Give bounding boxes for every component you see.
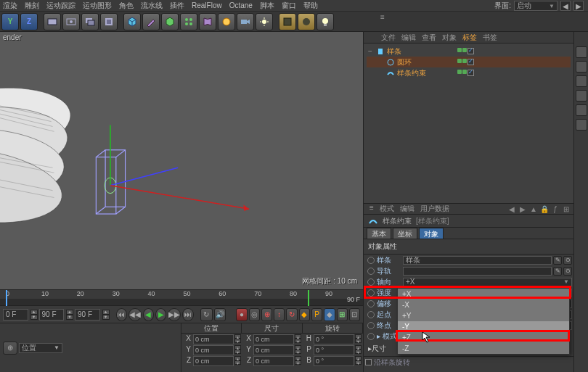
- play-back-button[interactable]: ◀: [143, 308, 154, 321]
- coord-field[interactable]: 0 cm: [193, 345, 234, 355]
- key-scale-button[interactable]: ↕: [274, 308, 285, 321]
- coord-field[interactable]: 0 cm: [253, 345, 294, 355]
- attr-head-mode[interactable]: 模式: [380, 204, 394, 214]
- strip-btn-2[interactable]: [576, 61, 587, 73]
- attr-head-edit[interactable]: 编辑: [400, 204, 415, 214]
- menu-render[interactable]: 渲染: [3, 1, 17, 11]
- sound-button[interactable]: 🔊: [214, 308, 226, 321]
- object-row[interactable]: 样条约束: [367, 67, 571, 78]
- loop-button[interactable]: ↻: [200, 308, 213, 321]
- render-queue-button[interactable]: [100, 13, 118, 30]
- nav-up-icon[interactable]: ▲: [529, 204, 538, 213]
- camera-button[interactable]: [237, 13, 254, 30]
- render-settings-button[interactable]: [81, 13, 99, 30]
- viewport[interactable]: ender 网格间距 : 10 cm: [0, 32, 363, 289]
- object-manager[interactable]: −样条圆环样条约束: [364, 44, 573, 203]
- key-sel-button[interactable]: ◆: [324, 308, 335, 321]
- menu-sculpt[interactable]: 雕刻: [25, 1, 39, 11]
- coord-field[interactable]: 0 °: [314, 345, 354, 355]
- attr-tab-object[interactable]: 对象: [419, 228, 444, 239]
- attr-tab-basic[interactable]: 基本: [367, 228, 391, 239]
- autokey-button[interactable]: ◎: [249, 308, 260, 321]
- link-target-icon[interactable]: ⊙: [563, 256, 572, 265]
- menu-mograph[interactable]: 运动图形: [83, 1, 112, 11]
- om-tab-tags[interactable]: 标签: [462, 33, 477, 43]
- layout-dropdown[interactable]: 启动▼: [514, 1, 558, 11]
- attr-head-user[interactable]: 用户数据: [420, 204, 449, 214]
- nav-fwd-icon[interactable]: ▶: [518, 204, 527, 213]
- menu-motion-track[interactable]: 运动跟踪: [46, 1, 75, 11]
- link-pick-icon[interactable]: ✎: [553, 267, 562, 276]
- coord-mode-button[interactable]: ⊕: [3, 342, 17, 355]
- coord-field[interactable]: 0 cm: [253, 356, 294, 366]
- axis-option[interactable]: +X: [398, 289, 569, 299]
- link-target-icon[interactable]: ⊙: [563, 267, 572, 276]
- layout-prev[interactable]: ◀: [560, 1, 571, 11]
- spline-pen-button[interactable]: [142, 13, 160, 30]
- prev-key-button[interactable]: ◀◀: [128, 308, 142, 321]
- array-button[interactable]: [180, 13, 197, 30]
- key-pos-button[interactable]: ⊕: [261, 308, 272, 321]
- key-all-button[interactable]: ⊞: [337, 308, 348, 321]
- strip-btn-4[interactable]: [576, 90, 587, 102]
- nurbs-button[interactable]: [161, 13, 179, 30]
- menu-pipeline[interactable]: 流水线: [141, 1, 163, 11]
- render-view-button[interactable]: [44, 13, 61, 30]
- key-pla-button[interactable]: P: [311, 308, 322, 321]
- om-tab-file[interactable]: 文件: [381, 33, 396, 43]
- frame-start-field[interactable]: 0 F: [3, 309, 28, 321]
- attr-menu-icon[interactable]: ≡: [369, 204, 374, 214]
- axis-option[interactable]: -Y: [398, 321, 569, 332]
- light-bulb-button[interactable]: [317, 13, 334, 30]
- om-tab-view[interactable]: 查看: [422, 33, 436, 43]
- lock-icon[interactable]: 🔒: [540, 204, 549, 213]
- menu-realflow[interactable]: RealFlow: [192, 1, 222, 9]
- axis-option[interactable]: +Y: [398, 310, 569, 321]
- key-rot-button[interactable]: ↻: [286, 308, 297, 321]
- nav-back-icon[interactable]: ◀: [507, 204, 516, 213]
- strip-btn-5[interactable]: [576, 104, 587, 116]
- octane-2[interactable]: [298, 13, 315, 30]
- next-key-button[interactable]: ▶▶: [168, 308, 181, 321]
- menu-character[interactable]: 角色: [119, 1, 134, 11]
- axis-option[interactable]: -X: [398, 299, 569, 310]
- om-menu-icon[interactable]: ≡: [380, 13, 385, 21]
- axis-option[interactable]: -Z: [398, 343, 569, 354]
- object-row[interactable]: 圆环: [367, 57, 571, 67]
- new-icon[interactable]: ⊞: [562, 204, 571, 213]
- goto-end-button[interactable]: ⏭: [182, 308, 193, 321]
- frame-end-field[interactable]: 90 F: [75, 309, 100, 321]
- timeline[interactable]: 010203040506070809090 F: [0, 289, 363, 305]
- goto-start-button[interactable]: ⏮: [116, 308, 127, 321]
- strip-btn-1[interactable]: [576, 46, 587, 58]
- object-row[interactable]: −样条: [367, 46, 571, 57]
- coord-field[interactable]: 0 cm: [253, 334, 294, 344]
- link-pick-icon[interactable]: ✎: [553, 256, 562, 265]
- light-button[interactable]: [256, 13, 273, 30]
- attr-field[interactable]: +X▼: [403, 278, 572, 286]
- frame-current-field[interactable]: 90 F: [39, 309, 65, 321]
- axis-dropdown-open[interactable]: +X-X+Y-Y+Z-Z: [397, 288, 570, 355]
- attr-field[interactable]: 样条: [403, 256, 552, 265]
- menu-plugins[interactable]: 插件: [170, 1, 184, 11]
- coord-field[interactable]: 0 cm: [193, 356, 234, 366]
- render-region-button[interactable]: [62, 13, 80, 30]
- primitive-cube-button[interactable]: [123, 13, 141, 30]
- om-tab-object[interactable]: 对象: [442, 33, 457, 43]
- menu-script[interactable]: 脚本: [260, 1, 274, 11]
- octane-1[interactable]: [279, 13, 296, 30]
- axis-y-button[interactable]: Y: [1, 13, 19, 30]
- strip-btn-6[interactable]: [576, 119, 587, 131]
- deformer-button[interactable]: [199, 13, 216, 30]
- coord-field[interactable]: 0 °: [314, 334, 354, 344]
- coord-field[interactable]: 0 °: [314, 356, 354, 366]
- om-tab-bookmark[interactable]: 书签: [483, 33, 497, 43]
- func-icon[interactable]: ƒ: [551, 204, 560, 213]
- coord-field[interactable]: 0 cm: [193, 334, 234, 344]
- attr-tab-coord[interactable]: 坐标: [393, 228, 417, 239]
- om-tab-edit[interactable]: 编辑: [401, 33, 416, 43]
- strip-btn-3[interactable]: [576, 75, 587, 87]
- axis-z-button[interactable]: Z: [20, 13, 38, 30]
- key-param-button[interactable]: ◆: [299, 308, 310, 321]
- key-opt-button[interactable]: ⊡: [349, 308, 360, 321]
